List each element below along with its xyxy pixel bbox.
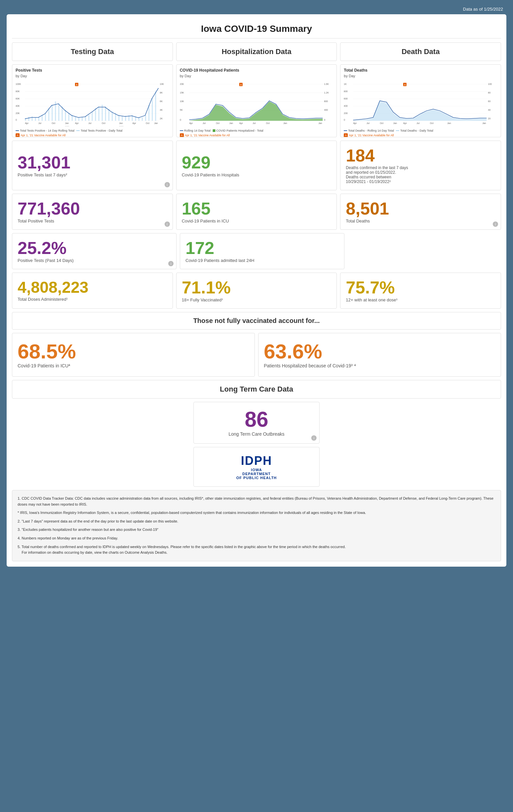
svg-text:Oct: Oct <box>146 122 149 124</box>
svg-rect-32 <box>31 116 32 121</box>
death-chart-legend: Total Deaths - Rolling 14 Day Total Tota… <box>344 129 497 132</box>
svg-text:0: 0 <box>16 119 17 121</box>
svg-text:Apr: Apr <box>75 122 79 125</box>
ltc-outbreaks-value: 86 <box>207 409 306 430</box>
ltc-info-icon[interactable]: i <box>311 435 317 441</box>
hospitalization-chart-card: COVID-19 Hospitalized Patients by Day 20… <box>176 64 337 137</box>
svg-text:5K: 5K <box>180 109 183 111</box>
not-vacc-hospitalized-label: Patients Hospitalized because of Covid-1… <box>264 363 495 368</box>
deaths-7days-label: Deaths confirmed in the last 7 days and … <box>346 166 495 184</box>
hosp-chart-legend: Rolling 14 Day Total COVID Patients Hosp… <box>180 129 333 132</box>
total-deaths-info-icon[interactable]: i <box>493 222 498 227</box>
not-vaccinated-header: Those not fully vaccinated account for..… <box>12 312 501 329</box>
covid-hospitals-card: 929 Covid-19 Patients in Hospitals <box>176 141 337 190</box>
svg-text:600: 600 <box>344 97 348 100</box>
svg-text:Apr: Apr <box>189 122 193 125</box>
death-chart-svg: 1K 800 600 400 200 0 100 80 60 40 20 <box>344 80 497 126</box>
svg-text:10K: 10K <box>180 100 184 103</box>
svg-text:Apr: Apr <box>132 122 136 125</box>
svg-text:1K: 1K <box>344 83 347 85</box>
fully-vaccinated-value: 71.1% <box>182 279 331 296</box>
svg-text:8K: 8K <box>160 91 163 94</box>
total-positive-label: Total Positive Tests <box>18 219 167 224</box>
not-vacc-icu-label: Covid-19 Patients in ICU⁴ <box>18 363 249 368</box>
total-positive-info-icon[interactable]: i <box>165 222 170 227</box>
svg-text:1.2K: 1.2K <box>324 91 329 94</box>
positive-tests-info-icon[interactable]: i <box>165 182 170 187</box>
svg-rect-41 <box>62 107 63 121</box>
testing-chart-subtitle: by Day <box>16 74 169 78</box>
svg-text:20K: 20K <box>180 83 184 85</box>
positive-rate-info-icon[interactable]: i <box>168 261 173 266</box>
positive-rate-value: 25.2% <box>18 239 171 257</box>
death-header: Death Data <box>340 42 501 61</box>
svg-text:2022: 2022 <box>119 126 124 126</box>
hosp-chart-title: COVID-19 Hospitalized Patients <box>180 68 333 72</box>
death-chart-subtitle: by Day <box>344 74 497 78</box>
svg-rect-38 <box>52 105 53 121</box>
one-dose-label: 12+ with at least one dose¹ <box>346 297 495 302</box>
hospitalization-chart-svg: 20K 15K 10K 5K 0 1.6K 1.2K 800 400 0 Apr <box>180 80 333 126</box>
stats-row-1: 31,301 Positive Tests last 7 days² i 929… <box>12 141 501 190</box>
svg-marker-125 <box>353 102 487 121</box>
svg-text:Oct: Oct <box>266 122 269 124</box>
svg-rect-69 <box>155 91 156 121</box>
svg-text:A: A <box>76 83 78 86</box>
svg-rect-65 <box>142 117 143 121</box>
not-vacc-icu-card: 68.5% Covid-19 Patients in ICU⁴ <box>12 333 255 377</box>
testing-chart-card: Positive Tests by Day 100K 80K 60K 40K 2… <box>12 64 173 137</box>
admitted-24h-card: 172 Covid-19 Patients admitted last 24H <box>180 233 345 269</box>
deaths-7days-value: 184 <box>346 147 495 164</box>
footnote-4: 4. Numbers reported on Monday are as of … <box>18 535 495 542</box>
empty-stat-placeholder <box>348 233 501 269</box>
death-vaccine-note: A Apr 1, '21 Vaccine Available for All <box>344 133 497 137</box>
svg-text:0: 0 <box>180 119 181 121</box>
svg-text:Apr: Apr <box>353 122 357 125</box>
testing-chart-title: Positive Tests <box>16 68 169 72</box>
positive-rate-label: Positive Tests (Past 14 Days) <box>18 258 171 263</box>
svg-rect-50 <box>91 111 92 121</box>
svg-text:400: 400 <box>324 109 328 111</box>
svg-text:800: 800 <box>324 100 328 103</box>
total-deaths-card: 8,501 Total Deaths i <box>340 194 501 230</box>
svg-rect-49 <box>88 115 89 121</box>
idph-logo: IDPH IOWA DEPARTMENT OF PUBLIC HEALTH <box>236 454 277 480</box>
svg-text:Apr: Apr <box>403 122 407 125</box>
svg-text:Oct: Oct <box>102 122 105 124</box>
positive-tests-7days-card: 31,301 Positive Tests last 7 days² i <box>12 141 173 190</box>
hosp-vaccine-note: A Apr 1, '21 Vaccine Available for All <box>180 133 333 137</box>
ltc-header: Long Term Care Data <box>12 380 501 399</box>
svg-rect-54 <box>105 107 106 121</box>
svg-text:0: 0 <box>344 119 345 121</box>
ltc-outbreaks-card: 86 Long Term Care Outbreaks i <box>193 402 320 444</box>
svg-text:20: 20 <box>488 117 491 120</box>
svg-rect-51 <box>95 108 96 121</box>
svg-text:4K: 4K <box>160 109 163 111</box>
footnote-iris: * IRIS, Iowa's Immunization Registry Inf… <box>18 510 495 516</box>
hospitalization-header: Hospitalization Data <box>176 42 337 61</box>
svg-text:Jul: Jul <box>202 122 206 124</box>
total-doses-value: 4,808,223 <box>18 280 167 295</box>
svg-text:40: 40 <box>488 109 491 111</box>
fully-vaccinated-card: 71.1% 18+ Fully Vaccinated¹ <box>176 272 337 309</box>
svg-text:Jan: Jan <box>65 122 69 124</box>
svg-text:80K: 80K <box>16 90 20 92</box>
svg-text:6K: 6K <box>160 100 163 103</box>
svg-text:Oct: Oct <box>430 122 434 124</box>
svg-rect-47 <box>82 117 83 121</box>
fully-vaccinated-label: 18+ Fully Vaccinated¹ <box>182 297 331 302</box>
svg-text:400: 400 <box>344 105 348 107</box>
svg-rect-42 <box>65 110 66 121</box>
death-chart-card: Total Deaths by Day 1K 800 600 400 200 0… <box>340 64 501 137</box>
one-dose-value: 75.7% <box>346 279 495 296</box>
total-doses-label: Total Doses Administered¹ <box>18 297 167 302</box>
svg-text:A: A <box>240 83 242 86</box>
svg-rect-31 <box>28 117 29 121</box>
covid-icu-card: 165 Covid-19 Patients in ICU <box>176 194 337 230</box>
svg-rect-45 <box>75 116 76 121</box>
svg-text:Jan: Jan <box>229 122 233 124</box>
total-deaths-value: 8,501 <box>346 200 495 217</box>
svg-text:40K: 40K <box>16 105 20 107</box>
idph-subtext: IOWA <box>251 468 262 472</box>
testing-chart-legend: Total Tests Positive - 14 Day Rolling To… <box>16 129 169 132</box>
